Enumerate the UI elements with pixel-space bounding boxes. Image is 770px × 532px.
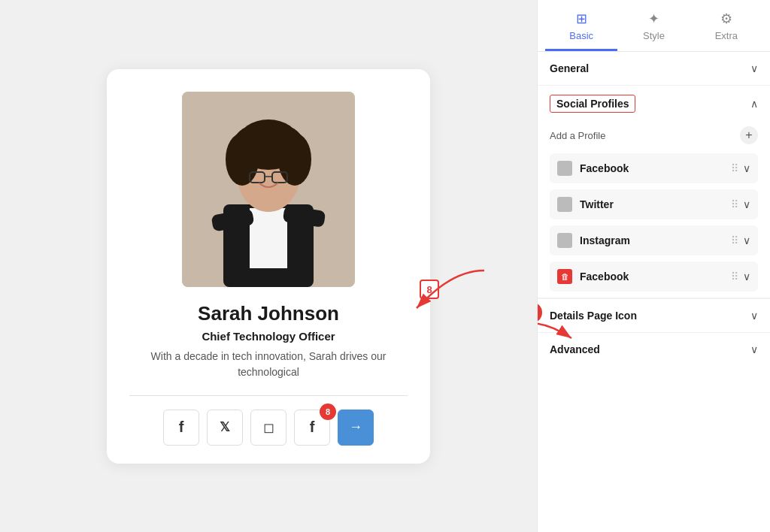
details-page-section[interactable]: Details Page Icon ∨	[538, 298, 770, 332]
profile-item-instagram: Instagram ⠿ ∨	[550, 225, 758, 255]
trash-profile-icon: 🗑	[557, 269, 572, 284]
instagram-profile-actions: ⠿ ∨	[731, 234, 750, 246]
general-section: General ∨	[538, 52, 770, 86]
card-instagram-btn[interactable]: ◻	[250, 410, 286, 446]
card-job-title: Chief Technology Officer	[202, 330, 335, 343]
tab-style[interactable]: ✦ Style	[617, 0, 690, 51]
tabs-container: ⊞ Basic ✦ Style ⚙ Extra	[538, 0, 770, 52]
card-facebook2-wrapper: f 8	[294, 410, 330, 446]
facebook-drag-icon[interactable]: ⠿	[731, 162, 738, 174]
svg-point-8	[238, 119, 299, 162]
instagram-icon: ◻	[263, 419, 274, 436]
profile-item-twitter: Twitter ⠿ ∨	[550, 189, 758, 219]
social-profiles-title: Social Profiles	[550, 95, 635, 113]
card-divider	[129, 395, 408, 396]
twitter-profile-name: Twitter	[580, 198, 723, 210]
facebook-icon: f	[179, 419, 184, 436]
facebook-expand-icon[interactable]: ∨	[743, 162, 750, 174]
card-social-buttons: f 𝕏 ◻ f 8 →	[163, 410, 374, 446]
profile-item-facebook: Facebook ⠿ ∨	[550, 153, 758, 183]
profile-item-facebook-trash: 🗑 Facebook ⠿ ∨	[550, 261, 758, 292]
general-section-header[interactable]: General ∨	[538, 52, 770, 85]
facebook-trash-drag-icon[interactable]: ⠿	[731, 271, 738, 283]
instagram-profile-icon	[557, 233, 572, 248]
extra-tab-icon: ⚙	[720, 11, 732, 27]
social-profiles-section: Social Profiles ∧ Add a Profile + Facebo…	[538, 86, 770, 298]
right-panel: 8 ⊞ Basic ✦ Style ⚙ Extra General ∨	[537, 0, 770, 532]
twitter-profile-icon	[557, 197, 572, 212]
instagram-expand-icon[interactable]: ∨	[743, 234, 750, 246]
profile-card: Sarah Johnson Chief Technology Officer W…	[107, 69, 430, 464]
add-profile-label: Add a Profile	[550, 130, 605, 141]
facebook-profile-actions: ⠿ ∨	[731, 162, 750, 174]
card-facebook-btn[interactable]: f	[163, 410, 199, 446]
arrow-right-icon: →	[349, 419, 362, 435]
twitter-x-icon: 𝕏	[220, 419, 230, 435]
tab-basic-label: Basic	[569, 30, 593, 41]
facebook2-icon: f	[310, 419, 315, 436]
twitter-profile-actions: ⠿ ∨	[731, 198, 750, 210]
annotation-number-card: 8	[420, 280, 439, 299]
add-profile-button[interactable]: +	[740, 126, 758, 144]
left-panel: Sarah Johnson Chief Technology Officer W…	[0, 0, 537, 532]
svg-rect-2	[250, 208, 287, 268]
tab-extra-label: Extra	[715, 30, 738, 41]
advanced-chevron-icon: ∨	[750, 343, 758, 355]
card-twitter-btn[interactable]: 𝕏	[207, 410, 243, 446]
facebook-trash-expand-icon[interactable]: ∨	[743, 271, 750, 283]
annotation-badge-card: 8	[420, 280, 439, 299]
instagram-drag-icon[interactable]: ⠿	[731, 234, 738, 246]
basic-tab-icon: ⊞	[576, 11, 587, 27]
card-name: Sarah Johnson	[198, 302, 339, 325]
details-page-chevron-icon: ∨	[750, 310, 758, 322]
facebook-profile-name: Facebook	[580, 162, 723, 174]
advanced-section[interactable]: Advanced ∨	[538, 332, 770, 366]
instagram-profile-name: Instagram	[580, 234, 723, 246]
facebook-profile-icon	[557, 161, 572, 176]
card-bio: With a decade in tech innovation, Sarah …	[129, 349, 408, 380]
facebook-trash-profile-actions: ⠿ ∨	[731, 271, 750, 283]
card-arrow-btn[interactable]: →	[338, 410, 374, 446]
person-illustration	[182, 92, 355, 287]
card-badge-8: 8	[320, 404, 336, 420]
social-profiles-chevron-icon: ∧	[750, 98, 758, 110]
general-chevron-icon: ∨	[750, 62, 758, 74]
card-photo	[182, 92, 355, 287]
add-profile-row: Add a Profile +	[538, 120, 770, 153]
advanced-section-title: Advanced	[550, 343, 600, 355]
style-tab-icon: ✦	[648, 11, 659, 27]
facebook-trash-profile-name: Facebook	[580, 271, 723, 283]
twitter-drag-icon[interactable]: ⠿	[731, 198, 738, 210]
social-profiles-header[interactable]: Social Profiles ∧	[538, 86, 770, 120]
tab-style-label: Style	[643, 30, 665, 41]
tab-basic[interactable]: ⊞ Basic	[545, 0, 617, 51]
twitter-expand-icon[interactable]: ∨	[743, 198, 750, 210]
general-section-title: General	[550, 62, 589, 74]
tab-extra[interactable]: ⚙ Extra	[690, 0, 762, 51]
details-page-title: Details Page Icon	[550, 310, 637, 322]
